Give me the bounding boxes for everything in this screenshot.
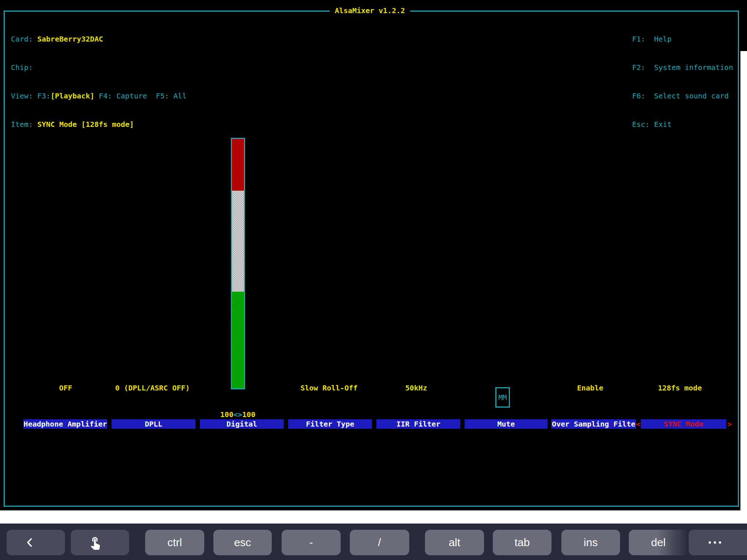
touch-pointer-icon — [88, 510, 112, 560]
del-key[interactable]: del — [629, 530, 688, 555]
control-dpll[interactable]: DPLL — [112, 419, 196, 429]
more-keys-button[interactable] — [689, 530, 747, 555]
volume-value: 100<>100 — [220, 410, 255, 419]
touch-mode-key[interactable] — [71, 530, 129, 555]
value-dpll: 0 (DPLL/ASRC OFF) — [115, 383, 190, 393]
chevron-left-icon — [24, 512, 48, 560]
screen: AlsaMixer v1.2.2 Card: SabreBerry32DAC C… — [0, 0, 747, 560]
volume-bar-red — [232, 139, 244, 191]
value-over-sampling-filter: Enable — [577, 383, 603, 393]
value-iir-filter: 50kHz — [405, 383, 427, 393]
app-title: AlsaMixer v1.2.2 — [330, 6, 410, 15]
view-selected-tab: [Playback] — [50, 92, 94, 100]
chip-line: Chip: — [11, 63, 187, 72]
card-value: SabreBerry32DAC — [37, 35, 103, 43]
scroll-left-marker: < — [636, 419, 640, 429]
value-sync-mode: 128fs mode — [658, 383, 702, 393]
help-menu: F1: Help F2: System information F6: Sele… — [632, 15, 733, 148]
back-key[interactable] — [7, 530, 65, 555]
tab-key[interactable]: tab — [493, 530, 551, 555]
volume-separator: <> — [233, 410, 242, 419]
control-iir-filter[interactable]: IIR Filter — [376, 419, 460, 429]
ctrl-key[interactable]: ctrl — [145, 530, 204, 555]
chip-label: Chip: — [11, 63, 33, 72]
esc-key[interactable]: esc — [213, 530, 272, 555]
card-line: Card: SabreBerry32DAC — [11, 34, 187, 44]
view-label: View: F3: — [11, 92, 50, 100]
item-line: Item: SYNC Mode [128fs mode] — [11, 120, 187, 129]
volume-bar-green — [232, 292, 244, 388]
alt-key[interactable]: alt — [425, 530, 484, 555]
minus-key[interactable]: - — [282, 530, 341, 555]
control-over-sampling-filter[interactable]: Over Sampling Filte — [551, 419, 636, 429]
value-filter-type: Slow Roll-Off — [301, 383, 358, 393]
item-label: Item: — [11, 120, 37, 129]
ins-key[interactable]: ins — [561, 530, 620, 555]
right-edge-strip — [740, 51, 747, 524]
control-headphone-amplifier[interactable]: Headphone Amplifier — [23, 419, 107, 429]
control-sync-mode-selected[interactable]: SYNC Mode — [641, 419, 726, 429]
mute-indicator[interactable]: MM — [495, 387, 510, 408]
control-mute[interactable]: Mute — [465, 419, 547, 429]
scroll-right-marker: > — [727, 419, 732, 429]
view-other-tabs: F4: Capture F5: All — [94, 92, 187, 100]
help-line-esc: Esc: Exit — [632, 120, 733, 129]
card-label: Card: — [11, 35, 37, 43]
help-line-f1: F1: Help — [632, 34, 733, 44]
control-digital[interactable]: Digital — [200, 419, 284, 429]
volume-left-value: 100 — [220, 410, 233, 419]
volume-right-value: 100 — [242, 410, 255, 419]
item-value: SYNC Mode [128fs mode] — [37, 120, 134, 129]
value-headphone-amplifier: OFF — [59, 383, 72, 393]
terminal-window: AlsaMixer v1.2.2 Card: SabreBerry32DAC C… — [0, 0, 747, 510]
mute-indicator-text: MM — [499, 393, 507, 401]
mixer-header: Card: SabreBerry32DAC Chip: View: F3:[Pl… — [11, 15, 187, 148]
slash-key[interactable]: / — [350, 530, 409, 555]
help-line-f2: F2: System information — [632, 63, 733, 72]
control-filter-type[interactable]: Filter Type — [288, 419, 372, 429]
view-line: View: F3:[Playback] F4: Capture F5: All — [11, 91, 187, 101]
volume-bar-white — [232, 191, 244, 292]
ellipsis-icon — [708, 516, 732, 560]
volume-bar[interactable] — [231, 138, 245, 389]
keyboard-toolbar: ctrl esc - / alt tab ins del — [0, 524, 747, 560]
help-line-f6: F6: Select sound card — [632, 91, 733, 101]
